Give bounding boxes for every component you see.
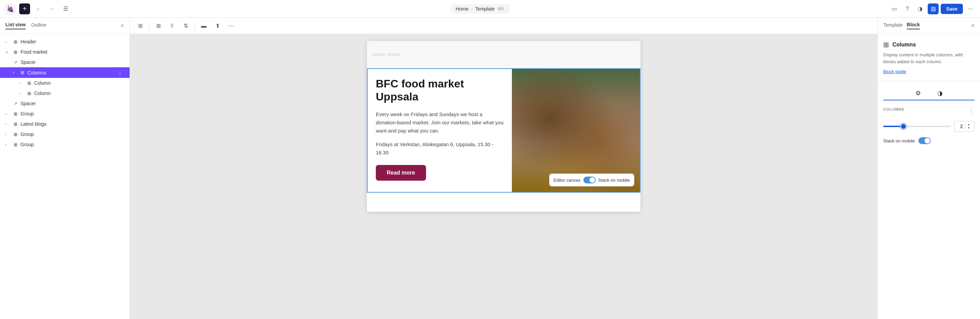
sidebar-item-header[interactable]: › ⊞ Header [0,37,130,47]
stack-on-mobile-row: Stack on mobile [883,137,975,144]
sidebar-item-group-1[interactable]: › ⊞ Group [0,109,130,119]
align-top-button[interactable]: ⬆ [211,20,224,32]
help-button[interactable]: ? [902,3,913,14]
tab-outline[interactable]: Outline [31,22,46,29]
more-options-button[interactable]: ⋯ [225,20,237,32]
sidebar-item-spacer-2[interactable]: ↗ Spacer [0,98,130,109]
sidebar-item-label: Latest blogs [21,121,124,127]
sidebar-item-label: Columns [27,70,114,76]
right-panel: Template Block × ⊞ Columns Display conte… [877,18,980,319]
align-center-button[interactable]: ▬ [198,20,210,32]
increment-button[interactable]: ▲ [966,123,972,126]
stack-on-mobile-label: Stack on mobile [598,178,630,183]
settings-more-button[interactable]: ⋮ [968,108,975,115]
group-icon: ⊞ [12,131,19,137]
columns-number-input[interactable]: 2 ▲ ▼ [954,121,975,132]
desktop-view-button[interactable]: ▭ [889,3,900,14]
contrast-button[interactable]: ◑ [915,3,926,14]
item-options-button[interactable]: ⋮ [116,69,124,76]
sidebar-item-spacer-1[interactable]: ↗ Spacer [0,57,130,67]
add-block-button[interactable]: + [19,3,30,14]
toolbar-divider [194,22,195,30]
right-panel-close-button[interactable]: × [971,22,975,29]
settings-section-header: COLUMNS ⋮ [883,107,975,116]
sidebar-item-latest-blogs[interactable]: › ⊞ Latest blogs [0,119,130,129]
header-spacer-label: Header Spacer [372,52,400,57]
sidebar: List view Outline × › ⊞ Header ∨ ⊞ Food … [0,18,130,319]
number-spinners: ▲ ▼ [966,123,972,130]
block-heading: BFC food market Uppsala [376,77,504,103]
spacer-icon: ↗ [12,100,19,106]
split-columns-button[interactable]: ⊞ [152,20,164,32]
decrement-button[interactable]: ▼ [966,126,972,130]
redo-button[interactable]: → [46,3,57,14]
editor-canvas-tooltip: Editor canvas Stack on mobile [549,173,634,186]
group-icon: ⊞ [12,141,19,148]
sidebar-item-columns[interactable]: ∨ ⊞ Columns ⋮ [0,67,130,78]
group-icon: ⊞ [12,111,19,117]
logo-icon: 🍇 [6,5,14,13]
stack-on-mobile-label: Stack on mobile [883,138,915,143]
right-panel-header: Template Block × [878,18,980,34]
toolbar-divider [149,22,150,30]
columns-slider[interactable] [883,126,951,127]
undo-button[interactable]: ← [33,3,44,14]
chevron-icon: › [19,81,24,85]
spacer-icon: ↗ [12,59,19,65]
topbar: 🍇 + ← → ☰ Home · Template ⌘K ▭ ? ◑ ▨ Sav… [0,0,980,18]
settings-tabs: ⚙ ◑ [883,87,975,100]
sidebar-item-group-3[interactable]: › ⊞ Group [0,140,130,149]
block-description: Display content in multiple columns, wit… [883,52,975,65]
topbar-center: Home · Template ⌘K [74,4,886,14]
latest-blogs-icon: ⊞ [12,121,19,127]
block-icon: ⊞ [12,39,19,45]
sidebar-close-button[interactable]: × [120,22,124,29]
canvas-wrapper: Header Spacer BFC food market Uppsala Ev… [130,34,877,319]
block-guide-link[interactable]: Block guide [883,69,975,74]
settings-tab-icon[interactable]: ⚙ [913,87,924,100]
more-options-button[interactable]: ⋯ [965,3,976,14]
sidebar-item-label: Spacer [21,59,124,65]
sidebar-item-label: Group [21,132,124,137]
columns-slider-container: 2 ▲ ▼ [883,121,975,132]
column-icon: ⊞ [26,80,32,86]
sidebar-item-food-market[interactable]: ∨ ⊞ Food market [0,47,130,57]
chevron-icon: › [5,143,10,146]
sidebar-item-group-2[interactable]: › ⊞ Group [0,129,130,140]
columns-block[interactable]: BFC food market Uppsala Every week on Fr… [367,68,640,193]
sidebar-item-column-2[interactable]: › ⊞ Column [0,88,130,98]
save-button[interactable]: Save [941,4,963,14]
block-body: Every week on Fridays and Sundays we hos… [376,110,504,135]
chevron-icon: › [5,112,10,116]
columns-tool-button[interactable]: ⊞ [134,20,146,32]
slider-thumb[interactable] [901,124,906,129]
editor-canvas-toggle[interactable] [583,176,596,183]
read-more-button[interactable]: Read more [376,165,426,181]
sidebar-item-label: Food market [21,49,124,55]
reorder-button[interactable]: ⇅ [180,20,192,32]
sidebar-item-column-1[interactable]: › ⊞ Column [0,78,130,88]
main-layout: List view Outline × › ⊞ Header ∨ ⊞ Food … [0,18,980,319]
sidebar-header: List view Outline × [0,18,130,34]
editor-canvas-label: Editor canvas [554,178,581,183]
breadcrumb-home: Home [456,6,468,12]
breadcrumb-sep: · [471,6,473,12]
sidebar-item-label: Header [21,39,124,44]
stack-on-mobile-toggle[interactable] [918,137,931,144]
column-icon: ⊞ [26,90,32,96]
canvas-frame: Header Spacer BFC food market Uppsala Ev… [367,41,640,212]
chevron-icon: › [19,92,24,95]
split-view-button[interactable]: ▨ [928,3,939,14]
block-type-icon: ⊞ [883,41,889,49]
chevron-icon: › [5,40,10,44]
tab-template[interactable]: Template [883,22,903,29]
sidebar-item-label: Column [34,90,124,96]
style-tab-icon[interactable]: ◑ [934,87,945,100]
sidebar-item-label: Spacer [21,101,124,106]
tab-block[interactable]: Block [907,22,920,29]
tab-list-view[interactable]: List view [5,22,25,29]
list-view-button[interactable]: ☰ [60,3,71,14]
canvas-area: ⊞ ⊞ ⠿ ⇅ ▬ ⬆ ⋯ Header Spacer [130,18,877,319]
drag-handle-button[interactable]: ⠿ [166,20,178,32]
breadcrumb[interactable]: Home · Template ⌘K [450,4,510,14]
